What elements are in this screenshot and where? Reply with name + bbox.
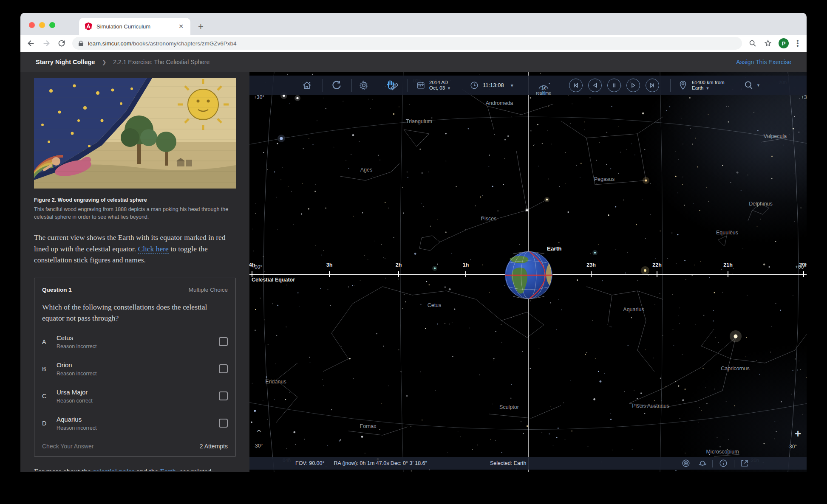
skip-to-end-button[interactable] xyxy=(646,79,659,92)
pause-button[interactable] xyxy=(607,79,621,92)
search-caret-icon: ▼ xyxy=(756,83,760,87)
expand-view-button[interactable] xyxy=(740,459,749,469)
divider xyxy=(734,460,734,467)
browser-window: Simulation Curriculum ✕ + learn.simcur.c… xyxy=(20,13,807,472)
clock-icon xyxy=(470,81,479,90)
clipped-text-line: For more about the celestial poles and t… xyxy=(34,467,236,471)
profile-avatar[interactable]: P xyxy=(779,38,789,48)
tab-strip: Simulation Curriculum ✕ + xyxy=(20,13,807,35)
lock-icon xyxy=(78,40,84,47)
location-distance: 61400 km from xyxy=(692,80,725,85)
step-back-button[interactable] xyxy=(588,79,602,92)
constellation-label: Equuleus xyxy=(716,230,738,236)
forward-button[interactable] xyxy=(42,39,51,48)
date-control[interactable]: 2014 ADOct, 03▼ xyxy=(416,76,451,95)
back-button[interactable] xyxy=(26,39,36,48)
browser-tab[interactable]: Simulation Curriculum ✕ xyxy=(79,18,190,35)
sky-canvas xyxy=(249,72,807,472)
declination-label: -30° xyxy=(253,443,263,449)
target-icon xyxy=(681,459,691,468)
declination-label: -30° xyxy=(787,444,797,450)
toggle-constellations-link[interactable]: Click here xyxy=(138,245,168,253)
clipped-text: and the xyxy=(135,467,160,471)
assign-exercise-link[interactable]: Assign This Exercise xyxy=(736,59,791,65)
earth-label: Earth xyxy=(547,245,562,252)
reset-view-button[interactable] xyxy=(331,76,342,95)
tab-close-icon[interactable]: ✕ xyxy=(177,22,185,31)
planetarium-view[interactable]: AndromedaTriangulumAriesPiscesPegasusVul… xyxy=(249,72,807,472)
close-window-button[interactable] xyxy=(29,22,35,28)
option-name: Ursa Major xyxy=(57,389,93,396)
constellation-label: Triangulum xyxy=(406,118,432,124)
hour-angle-label: 21h xyxy=(723,262,733,268)
time-control[interactable]: 11:13:08 ▼ xyxy=(470,76,514,95)
pan-up-chevron[interactable]: ⌃ xyxy=(255,429,263,436)
declination-label: +30° xyxy=(254,94,264,100)
hour-angle-label: 3h xyxy=(326,262,333,268)
attempts-counter: 2 Attempts xyxy=(200,443,228,450)
location-body: Earth xyxy=(692,85,704,90)
play-button[interactable] xyxy=(626,79,640,92)
browser-menu-icon[interactable]: ••• xyxy=(795,39,801,47)
clipped-link[interactable]: Earth xyxy=(160,467,176,471)
info-button[interactable] xyxy=(719,459,728,469)
constellation-label: Sculptor xyxy=(499,404,519,410)
option-checkbox-a[interactable] xyxy=(219,337,228,346)
question-type: Multiple Choice xyxy=(189,287,228,293)
declination-label: +00° xyxy=(252,264,262,270)
viewing-location-control[interactable]: 61400 km fromEarth▼ xyxy=(678,76,725,95)
breadcrumb: 2.2.1 Exercise: The Celestial Sphere xyxy=(113,59,210,65)
url-path: /books/astronomy/chapters/zmGZv6Pxb4 xyxy=(131,40,237,47)
option-row-d: D Aquarius Reason incorrect xyxy=(42,416,228,431)
search-tabs-icon[interactable] xyxy=(748,39,757,48)
hand-measure-tool[interactable] xyxy=(384,76,398,95)
clipped-link[interactable]: celestial poles xyxy=(93,467,135,471)
orbit-icon xyxy=(697,459,708,468)
tab-title: Simulation Curriculum xyxy=(96,23,177,30)
constellation-label: Piscis Austrinus xyxy=(632,403,669,409)
search-icon xyxy=(743,80,754,91)
viewer-status-bar: FOV: 90.00° RA (jnow): 0h 1m 47.0s Dec: … xyxy=(249,457,807,470)
option-name: Cetus xyxy=(57,334,97,341)
reload-button[interactable] xyxy=(57,39,66,48)
date-caret-icon: ▼ xyxy=(447,86,451,90)
home-button[interactable] xyxy=(301,76,312,95)
address-bar[interactable]: learn.simcur.com/books/astronomy/chapter… xyxy=(72,37,742,50)
bookmark-star-icon[interactable] xyxy=(763,39,773,48)
viewer-toolbar: 2014 ADOct, 03▼ 11:13:08 ▼ 1xrealtime xyxy=(249,76,807,95)
new-tab-button[interactable]: + xyxy=(198,22,204,31)
url-bar: learn.simcur.com/books/astronomy/chapter… xyxy=(20,35,807,52)
center-target-button[interactable] xyxy=(681,459,691,469)
settings-button[interactable] xyxy=(358,76,369,95)
calendar-icon xyxy=(416,81,425,90)
chevron-right-icon: ❯ xyxy=(102,59,106,65)
sky-search-button[interactable]: ▼ xyxy=(743,76,760,95)
question-card: Question 1 Multiple Choice Which of the … xyxy=(34,278,236,457)
minimize-window-button[interactable] xyxy=(39,22,45,28)
option-checkbox-c[interactable] xyxy=(219,391,228,400)
option-checkbox-b[interactable] xyxy=(219,364,228,373)
option-row-c: C Ursa Major Reason correct xyxy=(42,389,228,404)
open-external-icon xyxy=(740,459,749,468)
option-reason: Reason incorrect xyxy=(57,425,97,431)
option-reason: Reason correct xyxy=(57,398,93,404)
check-answer-button[interactable]: Check Your Answer xyxy=(42,443,93,450)
constellation-label: Pegasus xyxy=(594,176,615,182)
ra-dec-readout: RA (jnow): 0h 1m 47.0s Dec: 0° 3′ 18.6″ xyxy=(334,460,427,466)
option-letter: B xyxy=(42,366,57,372)
declination-label: +30 xyxy=(801,94,807,100)
selected-object-readout: Selected: Earth xyxy=(490,460,526,466)
option-letter: A xyxy=(42,338,57,345)
zoom-in-control[interactable]: + xyxy=(795,427,801,440)
skip-to-start-button[interactable] xyxy=(569,79,583,92)
option-checkbox-d[interactable] xyxy=(219,419,228,428)
maximize-window-button[interactable] xyxy=(49,22,55,28)
option-letter: D xyxy=(42,420,57,427)
date-day: Oct, 03 xyxy=(429,85,445,90)
option-name: Aquarius xyxy=(57,416,97,423)
constellation-label: Aries xyxy=(360,167,372,173)
constellation-label: Aquarius xyxy=(623,307,644,313)
constellation-label: Fornax xyxy=(360,423,377,429)
time-caret-icon: ▼ xyxy=(510,83,514,88)
orbit-view-button[interactable] xyxy=(697,459,708,469)
